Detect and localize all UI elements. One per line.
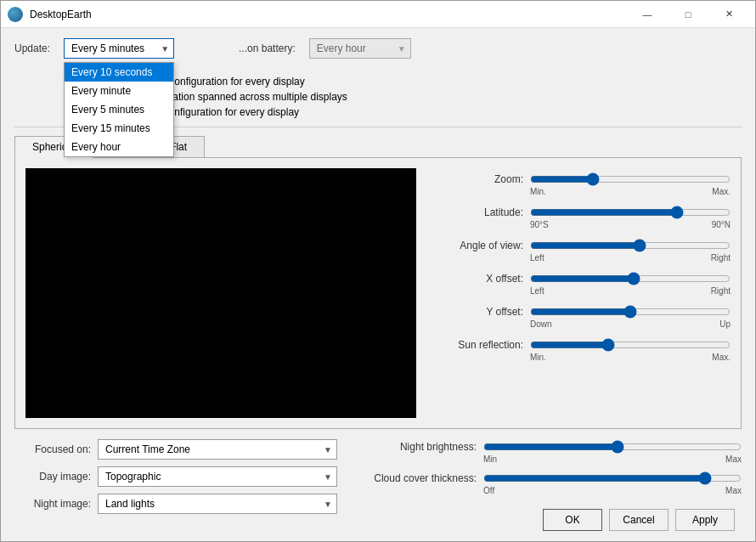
dropdown-item-5min[interactable]: Every 5 minutes xyxy=(65,100,173,119)
yoffset-label-row: Y offset: xyxy=(430,304,731,319)
zoom-min: Min. xyxy=(530,187,546,196)
cloud-cover-row: Cloud cover thickness: Off Max xyxy=(358,471,742,495)
angle-label-row: Angle of view: xyxy=(430,238,731,253)
focused-on-select[interactable]: Current Time Zone Custom Location xyxy=(98,439,337,460)
night-brightness-label: Night brightness: xyxy=(358,441,477,453)
angle-slider-row: Angle of view: Left Right xyxy=(430,238,731,263)
zoom-slider[interactable] xyxy=(530,172,731,187)
xoffset-slider-container xyxy=(530,271,731,286)
apply-button[interactable]: Apply xyxy=(675,509,735,531)
yoffset-label: Y offset: xyxy=(430,306,523,318)
content-area: Update: Every 5 minutes ▼ Every 10 secon… xyxy=(1,28,755,541)
minimize-button[interactable]: — xyxy=(628,1,667,28)
image-fields: Focused on: Current Time Zone Custom Loc… xyxy=(14,439,337,531)
battery-dropdown-wrapper: Every hour ▼ xyxy=(309,38,411,59)
cloud-cover-label: Cloud cover thickness: xyxy=(358,472,477,484)
config-options: Unique configuration for every display C… xyxy=(116,76,742,118)
tab-content: Zoom: Min. Max. Latitude: xyxy=(14,157,742,429)
night-image-label: Night image: xyxy=(14,498,91,510)
latitude-slider-row: Latitude: 90°S 90°N xyxy=(430,205,731,229)
night-image-wrapper: Land lights None Custom ▼ xyxy=(98,494,337,514)
xoffset-slider-row: X offset: Left Right xyxy=(430,271,731,296)
update-dropdown-wrapper: Every 5 minutes ▼ Every 10 seconds Every… xyxy=(64,38,174,59)
config-option-1: Unique configuration for every display xyxy=(116,76,742,88)
angle-label: Angle of view: xyxy=(430,240,523,251)
latitude-min: 90°S xyxy=(530,220,549,229)
update-label: Update: xyxy=(14,42,50,54)
latitude-label: Latitude: xyxy=(430,206,523,218)
cloud-cover-slider[interactable] xyxy=(483,471,742,486)
night-image-select[interactable]: Land lights None Custom xyxy=(98,494,337,514)
update-row: Update: Every 5 minutes ▼ Every 10 secon… xyxy=(14,38,742,59)
yoffset-slider[interactable] xyxy=(530,304,731,319)
zoom-label: Zoom: xyxy=(430,173,523,185)
yoffset-slider-container xyxy=(530,304,731,319)
zoom-label-row: Zoom: xyxy=(430,172,731,187)
title-bar: DesktopEarth — □ ✕ xyxy=(1,1,755,28)
zoom-slider-container xyxy=(530,172,731,187)
title-bar-controls: — □ ✕ xyxy=(628,1,748,28)
night-brightness-label-row: Night brightness: xyxy=(358,439,742,454)
window-title: DesktopEarth xyxy=(30,8,92,20)
dropdown-item-15min[interactable]: Every 15 minutes xyxy=(65,119,173,138)
sun-label-row: Sun reflection: xyxy=(430,337,731,353)
tab-section: Spherical Moon Flat Zoom: xyxy=(14,136,742,429)
cloud-cover-min: Off xyxy=(483,486,494,495)
day-image-label: Day image: xyxy=(14,471,91,483)
update-dropdown[interactable]: Every 5 minutes ▼ xyxy=(64,38,174,59)
latitude-label-row: Latitude: xyxy=(430,205,731,220)
sliders-panel: Zoom: Min. Max. Latitude: xyxy=(430,168,731,418)
dropdown-item-1hr[interactable]: Every hour xyxy=(65,138,173,156)
update-selected-value: Every 5 minutes xyxy=(71,42,144,54)
cloud-cover-slider-container xyxy=(483,471,742,486)
angle-max: Right xyxy=(711,253,731,263)
latitude-max: 90°N xyxy=(712,220,731,229)
ok-button[interactable]: OK xyxy=(543,509,602,531)
focused-on-wrapper: Current Time Zone Custom Location ▼ xyxy=(98,439,337,460)
cloud-cover-max: Max xyxy=(725,486,742,495)
xoffset-slider[interactable] xyxy=(530,271,731,286)
title-bar-left: DesktopEarth xyxy=(8,7,92,22)
yoffset-slider-row: Y offset: Down Up xyxy=(430,304,731,329)
night-brightness-max: Max xyxy=(725,454,742,464)
battery-dropdown[interactable]: Every hour ▼ xyxy=(309,38,411,59)
dropdown-item-10sec[interactable]: Every 10 seconds xyxy=(65,63,173,82)
config-option-3: Same configuration for every display xyxy=(116,106,742,118)
night-brightness-min: Min xyxy=(483,454,497,464)
main-window: DesktopEarth — □ ✕ Update: Every 5 minut… xyxy=(0,0,756,542)
night-brightness-slider-container xyxy=(483,439,742,454)
maximize-button[interactable]: □ xyxy=(669,1,708,28)
xoffset-label: X offset: xyxy=(430,273,523,285)
sun-slider[interactable] xyxy=(530,337,731,353)
xoffset-label-row: X offset: xyxy=(430,271,731,286)
night-image-row: Night image: Land lights None Custom ▼ xyxy=(14,494,337,514)
battery-dropdown-arrow: ▼ xyxy=(398,44,406,54)
update-dropdown-list: Every 10 seconds Every minute Every 5 mi… xyxy=(64,62,174,157)
cloud-cover-label-row: Cloud cover thickness: xyxy=(358,471,742,486)
latitude-slider-container xyxy=(530,205,731,220)
night-brightness-slider[interactable] xyxy=(483,439,742,454)
cancel-button[interactable]: Cancel xyxy=(609,509,669,531)
sun-slider-container xyxy=(530,337,731,353)
angle-slider-container xyxy=(530,238,731,253)
close-button[interactable]: ✕ xyxy=(709,1,748,28)
day-image-select[interactable]: Topographic Blue Marble Satellite xyxy=(98,466,337,487)
xoffset-min: Left xyxy=(530,286,544,296)
bottom-section: Focused on: Current Time Zone Custom Loc… xyxy=(14,439,742,531)
night-cloud-section: Night brightness: Min Max Cloud cover th… xyxy=(358,439,742,531)
dropdown-item-1min[interactable]: Every minute xyxy=(65,82,173,100)
action-buttons: OK Cancel Apply xyxy=(358,509,742,531)
day-image-wrapper: Topographic Blue Marble Satellite ▼ xyxy=(98,466,337,487)
battery-selected-value: Every hour xyxy=(317,42,366,54)
zoom-slider-row: Zoom: Min. Max. xyxy=(430,172,731,196)
latitude-slider[interactable] xyxy=(530,205,731,220)
yoffset-max: Up xyxy=(719,319,731,329)
zoom-max: Max. xyxy=(712,187,731,196)
angle-min: Left xyxy=(530,253,544,263)
focused-on-row: Focused on: Current Time Zone Custom Loc… xyxy=(14,439,337,460)
yoffset-min: Down xyxy=(530,319,552,329)
battery-label: ...on battery: xyxy=(239,42,296,54)
earth-preview xyxy=(25,168,416,418)
config-option-2: Configuration spanned across multiple di… xyxy=(116,91,742,103)
angle-slider[interactable] xyxy=(530,238,731,253)
